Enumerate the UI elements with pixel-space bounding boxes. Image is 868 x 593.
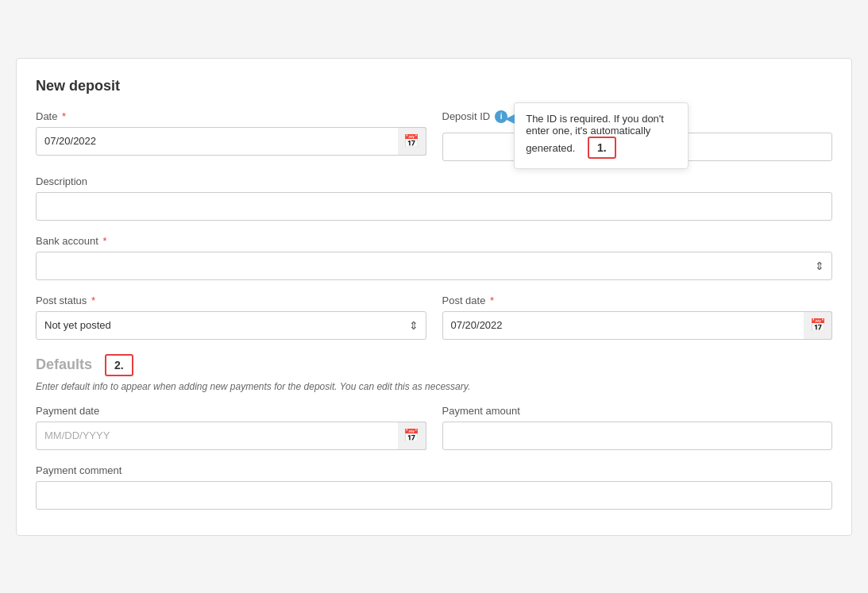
post-date-input[interactable] [442,311,833,340]
description-label: Description [36,175,832,187]
date-input[interactable] [36,127,426,156]
defaults-description: Enter default info to appear when adding… [36,381,832,392]
callout-badge-1: 1. [588,137,616,159]
payment-comment-input[interactable] [36,481,832,510]
payment-date-amount-row: Payment date 📅 Payment amount [36,405,832,450]
post-date-input-wrapper: 📅 [442,311,833,340]
payment-date-group: Payment date 📅 [36,405,426,450]
deposit-id-tooltip-container: i The ID is required. If you don't enter… [490,110,507,123]
payment-date-calendar-button[interactable]: 📅 [398,422,426,450]
bank-required: * [100,235,107,247]
defaults-header: Defaults 2. [36,354,832,376]
post-date-required: * [487,295,494,306]
date-label: Date * [36,110,426,122]
date-depositid-row: Date * 📅 Deposit ID i The [36,110,832,161]
callout-badge-2: 2. [105,354,133,376]
description-input[interactable] [36,192,832,221]
payment-amount-input[interactable] [442,422,833,450]
post-date-calendar-icon: 📅 [810,318,826,333]
calendar-icon: 📅 [403,133,419,148]
description-input-wrapper [36,192,832,221]
deposit-id-group: Deposit ID i The ID is required. If you … [442,110,833,161]
payment-date-input[interactable] [36,422,426,450]
post-status-row: Post status * Not yet posted Posted ⇕ Po… [36,295,832,340]
defaults-title: Defaults [36,356,92,373]
date-required: * [59,110,66,122]
post-status-group: Post status * Not yet posted Posted ⇕ [36,295,426,340]
defaults-section: Defaults 2. Enter default info to appear… [36,354,832,510]
post-status-label: Post status * [36,295,426,306]
payment-date-label: Payment date [36,405,426,417]
payment-amount-label: Payment amount [442,405,833,417]
date-group: Date * 📅 [36,110,426,156]
tooltip-arrow [505,114,515,124]
bank-account-select-wrapper: ⇕ [36,252,832,280]
post-status-select[interactable]: Not yet posted Posted [36,311,426,340]
post-date-group: Post date * 📅 [442,295,833,340]
payment-comment-input-wrapper [36,481,832,510]
post-date-calendar-button[interactable]: 📅 [804,311,832,340]
post-status-required: * [88,295,95,306]
post-status-select-wrapper: Not yet posted Posted ⇕ [36,311,426,340]
bank-account-select[interactable] [36,252,832,280]
deposit-id-label-row: Deposit ID i The ID is required. If you … [442,110,833,123]
new-deposit-form: New deposit Date * 📅 Deposit ID [16,58,852,536]
deposit-id-label: Deposit ID [442,110,491,122]
tooltip-box: The ID is required. If you don't enter o… [514,102,689,169]
date-input-wrapper: 📅 [36,127,426,156]
payment-comment-label: Payment comment [36,464,832,476]
date-calendar-button[interactable]: 📅 [398,127,426,156]
payment-amount-input-wrapper [442,422,833,450]
form-title: New deposit [36,78,832,94]
bank-account-label: Bank account * [36,235,832,247]
bank-account-group: Bank account * ⇕ [36,235,832,280]
payment-comment-group: Payment comment [36,464,832,510]
post-date-label: Post date * [442,295,833,306]
payment-amount-group: Payment amount [442,405,833,450]
description-group: Description [36,175,832,221]
payment-date-calendar-icon: 📅 [403,428,419,443]
payment-date-input-wrapper: 📅 [36,422,426,450]
